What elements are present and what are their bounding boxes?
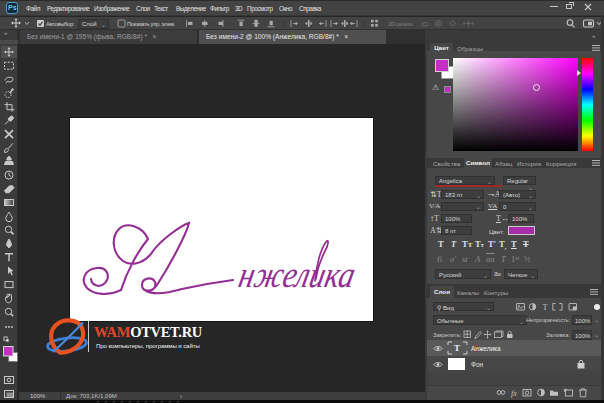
svg-text:fx: fx: [511, 388, 517, 398]
svg-text:нжелика: нжелика: [235, 253, 359, 294]
svg-text:T: T: [543, 302, 549, 312]
